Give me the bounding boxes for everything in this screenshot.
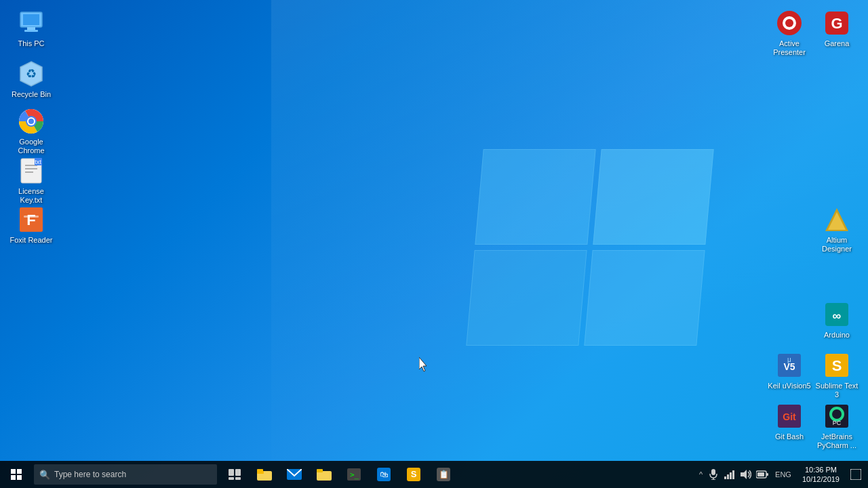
this-pc-icon xyxy=(18,9,45,37)
svg-rect-42 xyxy=(235,477,241,480)
tray-clock[interactable]: 10:36 PM 10/12/2019 xyxy=(797,465,845,485)
taskbar-folder[interactable] xyxy=(309,461,339,488)
start-button[interactable] xyxy=(0,461,33,488)
svg-marker-64 xyxy=(741,470,747,479)
svg-marker-38 xyxy=(419,357,427,371)
taskbar-mail[interactable] xyxy=(279,461,309,488)
sublime-icon: S xyxy=(823,352,850,379)
desktop-icon-keil-uvision5[interactable]: V5 μ Keil uVision5 xyxy=(765,349,814,393)
taskbar: 🔍 Type here to search xyxy=(0,461,868,488)
svg-text:txt: txt xyxy=(35,159,41,165)
chrome-icon xyxy=(18,108,45,135)
svg-rect-39 xyxy=(229,469,234,476)
svg-rect-48 xyxy=(317,469,323,472)
taskbar-search[interactable]: 🔍 Type here to search xyxy=(34,464,217,485)
active-presenter-label: Active Presenter xyxy=(768,39,811,57)
taskbar-terminal[interactable]: >_ xyxy=(339,461,369,488)
foxit-reader-label: Foxit Reader xyxy=(10,236,53,245)
chrome-label: Google Chrome xyxy=(9,138,53,155)
tray-battery-icon[interactable] xyxy=(755,461,770,488)
system-tray: ^ xyxy=(694,461,868,488)
tray-network-icon[interactable] xyxy=(722,461,737,488)
this-pc-label: This PC xyxy=(18,39,44,48)
svg-text:S: S xyxy=(411,469,417,479)
svg-text:F: F xyxy=(26,211,35,228)
active-presenter-icon xyxy=(776,9,803,37)
license-key-label: License Key.txt xyxy=(9,187,53,205)
desktop-icon-this-pc[interactable]: This PC xyxy=(7,7,56,51)
svg-rect-57 xyxy=(711,469,715,475)
foxit-icon: F xyxy=(18,206,45,233)
desktop-icon-altium-designer[interactable]: Altium Designer xyxy=(812,203,861,256)
taskbar-app-icons: >_ 🛍 S 📋 xyxy=(220,461,458,488)
tray-date: 10/12/2019 xyxy=(802,474,840,484)
svg-rect-47 xyxy=(317,471,332,481)
desktop-icon-google-chrome[interactable]: Google Chrome xyxy=(7,105,56,158)
svg-rect-18 xyxy=(24,216,39,218)
arduino-icon: ∞ xyxy=(823,301,850,328)
svg-rect-67 xyxy=(757,472,764,476)
desktop-icon-license-key[interactable]: txt License Key.txt xyxy=(7,155,56,207)
search-icon: 🔍 xyxy=(39,470,50,480)
svg-point-21 xyxy=(785,19,793,27)
garena-icon: G xyxy=(823,9,850,37)
svg-text:🛍: 🛍 xyxy=(380,470,388,479)
svg-text:S: S xyxy=(832,357,842,374)
svg-rect-60 xyxy=(724,476,726,479)
svg-rect-45 xyxy=(257,469,263,472)
garena-label: Garena xyxy=(825,39,850,48)
arduino-label: Arduino xyxy=(824,331,850,340)
sublime-label: Sublime Text 3 xyxy=(815,382,859,399)
svg-text:PC: PC xyxy=(833,420,842,426)
license-key-icon: txt xyxy=(18,157,45,184)
desktop-icon-garena[interactable]: G Garena xyxy=(812,7,861,51)
tray-volume-icon[interactable] xyxy=(738,461,753,488)
windows-logo xyxy=(466,149,713,346)
taskbar-store[interactable]: 🛍 xyxy=(369,461,399,488)
tray-overflow-chevron[interactable]: ^ xyxy=(697,461,705,488)
altium-icon xyxy=(823,206,850,233)
pycharm-label: JetBrains PyCharm ... xyxy=(815,432,859,450)
tray-time: 10:36 PM xyxy=(802,465,840,474)
recycle-bin-label: Recycle Bin xyxy=(12,90,51,99)
taskbar-sublime[interactable]: S xyxy=(399,461,429,488)
desktop-icon-foxit-reader[interactable]: F Foxit Reader xyxy=(7,203,56,247)
windows-start-icon xyxy=(11,469,22,480)
svg-rect-61 xyxy=(727,474,729,479)
tray-notification-center[interactable] xyxy=(846,461,865,488)
svg-text:Git: Git xyxy=(783,411,796,422)
desktop-icon-jetbrains-pycharm[interactable]: PC JetBrains PyCharm ... xyxy=(812,400,861,453)
pycharm-icon: PC xyxy=(823,403,850,430)
svg-text:📋: 📋 xyxy=(439,469,449,479)
tray-microphone-icon[interactable] xyxy=(706,461,721,488)
taskbar-task-view[interactable] xyxy=(220,461,250,488)
desktop-icon-recycle-bin[interactable]: ♻ Recycle Bin xyxy=(7,58,56,102)
mouse-cursor xyxy=(419,357,427,371)
desktop-icon-active-presenter[interactable]: Active Presenter xyxy=(765,7,814,60)
svg-text:G: G xyxy=(831,15,842,32)
svg-rect-1 xyxy=(23,14,39,25)
search-placeholder-text: Type here to search xyxy=(54,470,126,479)
svg-rect-66 xyxy=(766,473,768,476)
svg-rect-63 xyxy=(732,470,734,479)
gitbash-icon: Git xyxy=(776,403,803,430)
desktop-icon-sublime-text-3[interactable]: S Sublime Text 3 xyxy=(812,349,861,402)
recycle-bin-icon: ♻ xyxy=(18,60,45,87)
svg-text:>_: >_ xyxy=(350,470,359,479)
taskbar-file-explorer[interactable] xyxy=(250,461,279,488)
svg-text:∞: ∞ xyxy=(833,309,842,323)
desktop-icon-arduino[interactable]: ∞ Arduino xyxy=(812,298,861,342)
altium-label: Altium Designer xyxy=(815,236,859,253)
keil-label: Keil uVision5 xyxy=(768,382,810,390)
svg-rect-3 xyxy=(24,30,38,32)
desktop-icon-git-bash[interactable]: Git Git Bash xyxy=(765,400,814,444)
tray-language[interactable]: ENG xyxy=(771,470,795,479)
svg-point-9 xyxy=(28,119,34,124)
desktop: This PC ♻ Recycle Bin Google Chrome xyxy=(0,0,868,488)
svg-rect-41 xyxy=(229,477,234,480)
taskbar-app8[interactable]: 📋 xyxy=(429,461,458,488)
gitbash-label: Git Bash xyxy=(775,432,804,441)
svg-rect-62 xyxy=(730,472,732,479)
keil-icon: V5 μ xyxy=(776,352,803,379)
svg-rect-40 xyxy=(235,469,241,476)
